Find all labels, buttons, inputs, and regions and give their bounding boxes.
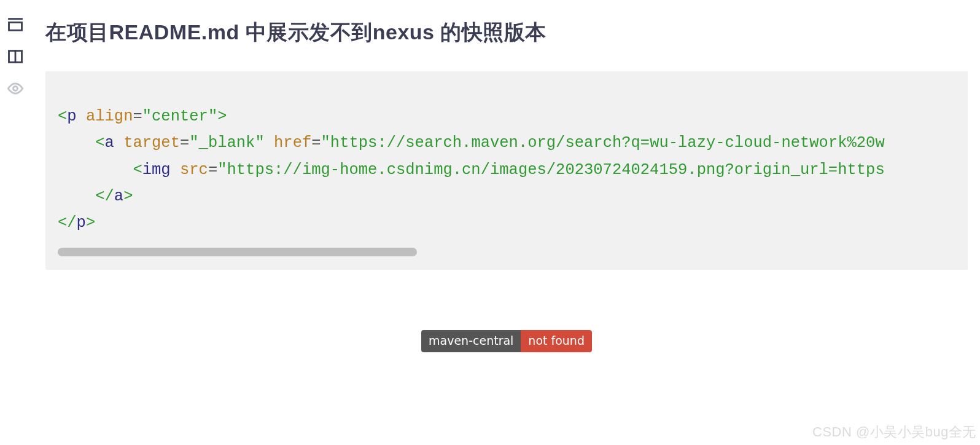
code-token — [265, 134, 274, 152]
badge-value: not found — [521, 330, 592, 352]
svg-rect-1 — [9, 23, 22, 31]
code-token: "https://img-home.csdnimg.cn/images/2023… — [217, 161, 884, 179]
watermark: CSDN @小吴小吴bug全无 — [812, 423, 976, 441]
toc-icon[interactable] — [7, 16, 24, 33]
code-token — [171, 161, 180, 179]
code-token — [114, 134, 123, 152]
code-token: > — [217, 108, 227, 125]
code-horizontal-scrollbar[interactable] — [58, 248, 955, 258]
code-scrollbar-thumb[interactable] — [58, 248, 417, 256]
code-token: "https://search.maven.org/search?q=wu-la… — [321, 134, 885, 152]
preview-icon[interactable] — [7, 80, 24, 97]
sidebar-toolbar — [0, 0, 31, 445]
code-token: align — [86, 108, 133, 125]
code-token: </ — [58, 214, 77, 232]
code-token: > — [86, 214, 95, 232]
main-content: 在项目README.md 中展示发不到nexus 的快照版本 <p align=… — [45, 0, 980, 352]
code-pre: <p align="center"> <a target="_blank" hr… — [58, 103, 955, 237]
maven-central-badge: maven-central not found — [421, 330, 592, 352]
code-token — [58, 187, 95, 205]
svg-point-4 — [14, 87, 18, 91]
section-heading: 在项目README.md 中展示发不到nexus 的快照版本 — [45, 18, 968, 47]
code-token — [58, 134, 95, 152]
code-token — [58, 161, 133, 179]
code-token: "_blank" — [189, 134, 264, 152]
code-token: p — [77, 214, 86, 232]
code-token: = — [208, 161, 217, 179]
code-token — [77, 108, 86, 125]
code-token: a — [114, 187, 123, 205]
code-token: target — [123, 134, 180, 152]
code-token: img — [142, 161, 171, 179]
code-token: href — [274, 134, 311, 152]
code-token: a — [105, 134, 114, 152]
code-token: src — [180, 161, 208, 179]
code-token: </ — [95, 187, 114, 205]
split-view-icon[interactable] — [7, 48, 24, 65]
code-token: < — [58, 108, 67, 125]
code-token: = — [311, 134, 321, 152]
code-token: = — [180, 134, 189, 152]
code-token: = — [133, 108, 142, 125]
badge-container: maven-central not found — [45, 330, 968, 352]
code-token: p — [67, 108, 76, 125]
code-block: <p align="center"> <a target="_blank" hr… — [45, 71, 968, 270]
code-token: < — [95, 134, 104, 152]
code-token: > — [123, 187, 133, 205]
code-token: < — [133, 161, 142, 179]
code-token: "center" — [142, 108, 217, 125]
badge-label: maven-central — [421, 330, 521, 352]
